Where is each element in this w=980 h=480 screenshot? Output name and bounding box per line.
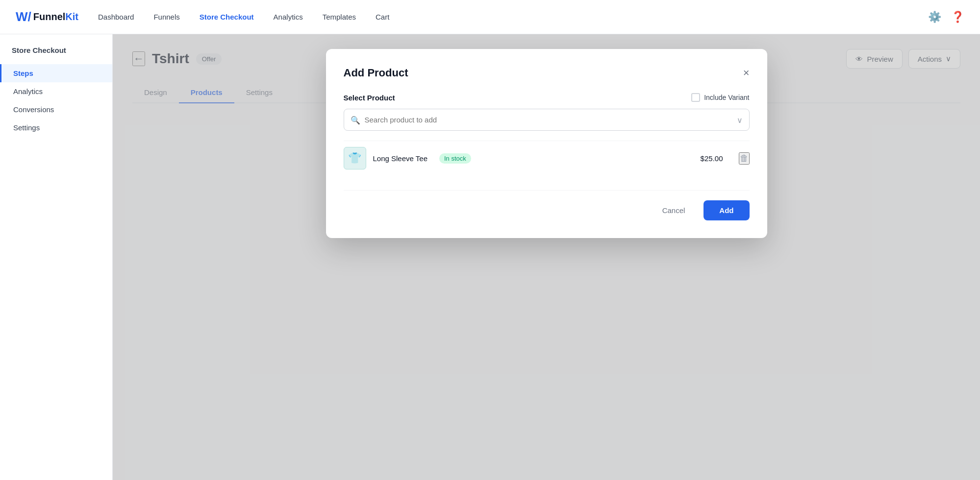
logo-funnel-text: Funnel <box>33 11 66 23</box>
sidebar: Store Checkout Steps Analytics Conversio… <box>0 34 113 480</box>
nav-dashboard[interactable]: Dashboard <box>98 11 134 23</box>
sidebar-item-conversions[interactable]: Conversions <box>0 100 112 119</box>
nav-cart[interactable]: Cart <box>376 11 389 23</box>
nav-funnels[interactable]: Funnels <box>153 11 179 23</box>
nav-analytics[interactable]: Analytics <box>274 11 303 23</box>
settings-icon[interactable]: ⚙️ <box>928 11 941 24</box>
top-nav: W/ FunnelKit Dashboard Funnels Store Che… <box>0 0 980 34</box>
logo[interactable]: W/ FunnelKit <box>16 9 78 24</box>
add-product-modal: Add Product × Select Product Include Var… <box>326 49 767 238</box>
search-product-input[interactable] <box>344 109 750 131</box>
nav-right-icons: ⚙️ ❓ <box>928 11 964 24</box>
add-button[interactable]: Add <box>704 200 749 220</box>
select-product-label: Select Product <box>344 94 395 102</box>
sidebar-item-steps[interactable]: Steps <box>0 64 112 82</box>
search-icon: 🔍 <box>351 115 360 124</box>
nav-store-checkout[interactable]: Store Checkout <box>200 11 254 23</box>
main-content: ← Tshirt Offer 👁 Preview Actions ∨ Desig… <box>113 34 980 480</box>
modal-close-button[interactable]: × <box>743 68 750 78</box>
include-variant-checkbox[interactable] <box>691 93 700 102</box>
modal-overlay: Add Product × Select Product Include Var… <box>113 34 980 480</box>
product-icon: 👕 <box>348 152 361 165</box>
delete-product-button[interactable]: 🗑 <box>739 152 750 165</box>
select-product-row: Select Product Include Variant <box>344 93 750 102</box>
modal-footer: Cancel Add <box>344 190 750 220</box>
product-price: $25.00 <box>701 154 723 163</box>
cancel-button[interactable]: Cancel <box>651 200 697 220</box>
product-name: Long Sleeve Tee <box>373 154 427 163</box>
logo-icon: W/ <box>16 9 31 24</box>
sidebar-item-analytics[interactable]: Analytics <box>0 82 112 100</box>
sidebar-title: Store Checkout <box>0 46 112 64</box>
nav-templates[interactable]: Templates <box>323 11 356 23</box>
product-thumbnail: 👕 <box>344 147 366 169</box>
modal-header: Add Product × <box>344 67 750 79</box>
layout: Store Checkout Steps Analytics Conversio… <box>0 34 980 480</box>
in-stock-badge: In stock <box>439 153 471 164</box>
logo-kit-text: Kit <box>65 11 78 23</box>
help-icon[interactable]: ❓ <box>951 11 964 24</box>
search-container: 🔍 ∨ <box>344 109 750 131</box>
modal-title: Add Product <box>344 67 408 79</box>
include-variant-label: Include Variant <box>704 94 749 101</box>
include-variant-container: Include Variant <box>691 93 749 102</box>
sidebar-item-settings[interactable]: Settings <box>0 119 112 137</box>
product-row: 👕 Long Sleeve Tee In stock $25.00 🗑 <box>344 141 750 175</box>
search-chevron-icon: ∨ <box>737 115 743 124</box>
